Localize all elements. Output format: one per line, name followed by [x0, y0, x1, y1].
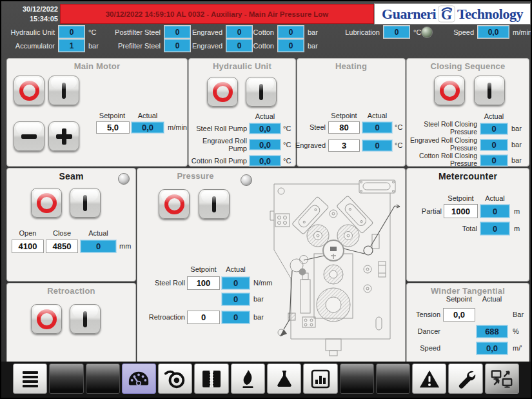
seam-stop-button[interactable] — [31, 188, 62, 218]
status-value: 0 — [277, 39, 304, 52]
bottom-toolbar — [13, 363, 519, 394]
total-meter-actual-field: 0 — [480, 221, 510, 236]
setpoint-header: Setpoint — [328, 112, 360, 119]
stop-icon — [213, 82, 233, 102]
fabric-rolls-icon — [201, 369, 222, 389]
panel-title: Closing Sequence — [407, 61, 529, 71]
seam-open-field[interactable]: 4100 — [12, 240, 44, 253]
speed-setpoint-field[interactable]: 5,0 — [96, 121, 130, 134]
hydraulic-start-button[interactable] — [246, 77, 277, 107]
main-motor-stop-button[interactable] — [14, 76, 44, 105]
status-prefilter-engraved: Engraved 0 — [226, 39, 253, 52]
flask-icon — [273, 369, 295, 389]
partial-meter-setpoint-field[interactable]: 1000 — [444, 204, 478, 218]
toolbar-flask-button[interactable] — [267, 363, 301, 394]
seam-led-indicator — [118, 173, 130, 185]
stop-icon — [164, 194, 184, 214]
logo-monogram-icon: G — [438, 5, 455, 23]
toolbar-blank-button-3[interactable] — [340, 363, 374, 394]
toolbar-reports-button[interactable] — [303, 363, 337, 394]
current-date: 30/12/2022 — [5, 5, 58, 14]
start-icon — [62, 83, 66, 99]
steel-heating-setpoint-field[interactable]: 80 — [328, 121, 360, 134]
retroaction-stop-button[interactable] — [31, 304, 62, 334]
status-value: 0 — [164, 39, 191, 52]
panel-retroaction: Retroaction — [6, 283, 136, 364]
actual-header: Actual — [362, 112, 393, 119]
logo-text-right: Technology — [457, 6, 523, 23]
status-lubrication: Lubrication 0 °C — [383, 26, 421, 38]
steel-closing-pressure-field: 0 — [480, 123, 508, 135]
steel-roll-pump-field: 0,0 — [249, 123, 281, 134]
seam-start-button[interactable] — [70, 188, 101, 218]
panel-hydraulic-unit: Hydraulic Unit Actual Steel Roll Pump 0,… — [188, 58, 296, 167]
toolbar-screen-switch-button[interactable] — [485, 363, 519, 394]
actual-header: Actual — [480, 194, 510, 202]
toolbar-winder-button[interactable] — [158, 363, 192, 394]
warning-icon — [419, 369, 440, 389]
status-postfilter-steel: Postfilter Steel 0 — [164, 26, 191, 38]
retroaction-pressure-setpoint-field[interactable]: 0 — [187, 311, 220, 324]
status-speed: Speed 0,0 m/min — [477, 26, 532, 38]
actual-header: Actual — [221, 265, 250, 273]
toolbar-dashboard-button[interactable] — [122, 363, 156, 394]
actual-header: Actual — [249, 112, 281, 120]
alarm-banner[interactable]: 30/12/2022 14:59:10 AL 0032 - Auxiliary … — [60, 4, 374, 24]
stop-icon — [19, 81, 39, 101]
status-value: 0 — [58, 25, 85, 39]
partial-meter-actual-field: 0 — [480, 204, 510, 218]
pressure-stop-button[interactable] — [159, 189, 190, 219]
current-time: 15:34:05 — [5, 14, 58, 24]
toolbar-settings-button[interactable] — [448, 363, 482, 394]
panel-heating: Heating Setpoint Actual Steel 80 0 °C En… — [297, 58, 406, 167]
cotton-roll-pump-field: 0,0 — [249, 155, 281, 167]
closing-start-button[interactable] — [474, 76, 505, 105]
seam-actual-field: 0 — [80, 240, 117, 253]
logo-text-left: Guarneri — [382, 6, 436, 23]
panel-title: Hydraulic Unit — [189, 61, 295, 71]
dancer-actual-field: 688 — [476, 325, 508, 338]
status-value: 0 — [164, 25, 191, 39]
engraved-closing-pressure-field: 0 — [480, 139, 508, 151]
toolbar-blank-button-4[interactable] — [376, 363, 410, 394]
stop-icon — [37, 193, 57, 213]
status-value: 0,0 — [477, 25, 509, 39]
wrench-icon — [455, 369, 477, 389]
setpoint-header: Setpoint — [187, 265, 220, 273]
seam-close-field[interactable]: 4850 — [46, 240, 78, 253]
engraved-heating-setpoint-field[interactable]: 3 — [328, 139, 360, 152]
panel-title: Seam — [7, 171, 135, 181]
cotton-closing-pressure-field: 0 — [480, 154, 508, 167]
toolbar-flame-button[interactable] — [231, 363, 265, 394]
tension-setpoint-field[interactable]: 0,0 — [443, 308, 475, 322]
retroaction-start-button[interactable] — [70, 304, 101, 334]
actual-header: Actual — [480, 112, 508, 120]
toolbar-blank-button-1[interactable] — [49, 363, 83, 394]
lubrication-led-indicator — [421, 26, 433, 38]
winder-speed-actual-field: 0,0 — [476, 342, 508, 355]
toolbar-fabric-button[interactable] — [194, 363, 228, 394]
pressure-start-button[interactable] — [199, 189, 230, 219]
retroaction-pressure-actual-field: 0 — [221, 311, 250, 324]
status-value: 0 — [226, 39, 253, 52]
closing-stop-button[interactable] — [434, 76, 465, 105]
open-header: Open — [12, 229, 44, 237]
steel-roll-pressure-bar-field: 0 — [221, 292, 250, 306]
steel-roll-pressure-setpoint-field[interactable]: 100 — [187, 276, 220, 290]
status-value: 0 — [383, 25, 410, 39]
hydraulic-stop-button[interactable] — [207, 77, 238, 107]
speed-actual-field: 0,0 — [131, 121, 164, 134]
main-motor-start-button[interactable] — [48, 76, 79, 105]
toolbar-menu-button[interactable] — [13, 363, 47, 394]
start-icon — [212, 196, 216, 212]
toolbar-blank-button-2[interactable] — [86, 363, 120, 394]
speed-increase-button[interactable] — [48, 121, 79, 151]
toolbar-alarms-button[interactable] — [412, 363, 446, 394]
steel-heating-actual-field: 0 — [362, 121, 393, 134]
machine-diagram — [264, 178, 402, 360]
status-postfilter-engraved: Engraved 0 — [226, 26, 253, 38]
setpoint-header: Setpoint — [443, 295, 475, 303]
close-header: Close — [46, 229, 78, 237]
speed-decrease-button[interactable] — [14, 121, 44, 151]
steel-roll-pressure-actual-field: 0 — [221, 276, 250, 290]
